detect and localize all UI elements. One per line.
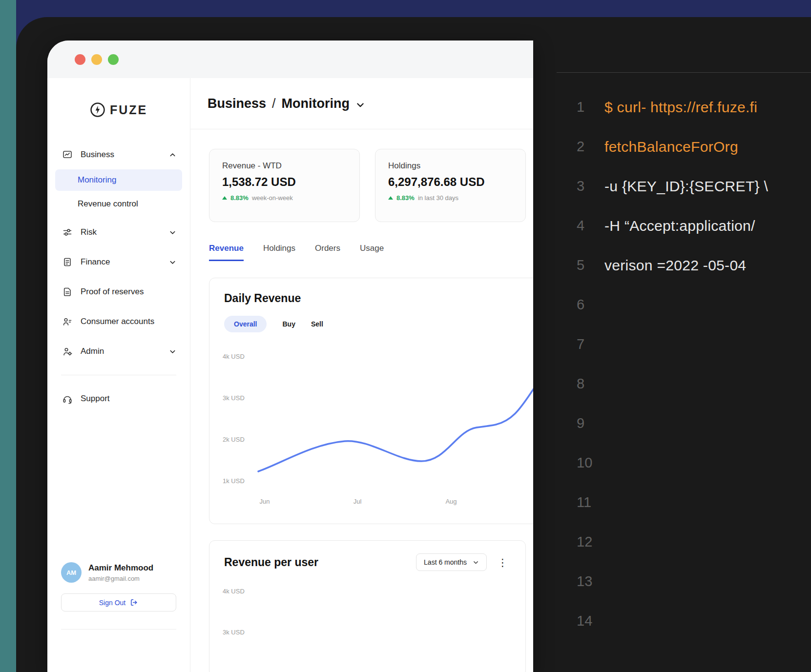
revenue-per-user-header: Revenue per user Last 6 months (224, 553, 511, 571)
browser-window: FUZE Business Monitoring (47, 41, 533, 672)
users-icon (62, 316, 73, 327)
stat-card-holdings: Holdings 6,297,876.68 USD 8.83% in last … (375, 149, 526, 222)
stat-value: 6,297,876.68 USD (388, 175, 513, 189)
sidebar-item-proof-of-reserves[interactable]: Proof of reserves (47, 281, 190, 303)
stat-card-revenue-wtd: Revenue - WTD 1,538.72 USD 8.83% week-on… (209, 149, 360, 222)
code-line: 10 (577, 443, 811, 483)
business-icon (62, 149, 73, 160)
range-selector-label: Last 6 months (424, 558, 467, 566)
kebab-menu-icon[interactable] (495, 555, 511, 570)
filter-sell[interactable]: Sell (311, 320, 323, 328)
line-number: 8 (577, 376, 604, 392)
sidebar-item-label: Consumer accounts (81, 317, 154, 326)
revenue-line-chart (209, 278, 533, 525)
line-number: 4 (577, 218, 604, 234)
sidebar-item-label: Risk (81, 227, 97, 237)
tab-holdings[interactable]: Holdings (263, 244, 295, 261)
risk-icon (62, 227, 73, 238)
revenue-per-user-title: Revenue per user (224, 556, 318, 569)
sidebar-item-label: Support (81, 394, 110, 404)
line-number: 11 (577, 494, 604, 510)
line-number: 5 (577, 257, 604, 273)
revenue-per-user-card: Revenue per user Last 6 months 4k USD 3k… (209, 540, 526, 672)
sidebar-item-revenue-control[interactable]: Revenue control (55, 193, 182, 215)
sidebar-item-label: Admin (81, 346, 104, 356)
delta-value: 8.83% (230, 194, 249, 202)
stat-delta: 8.83% week-on-week (222, 194, 347, 202)
sign-out-button[interactable]: Sign Out (61, 593, 176, 611)
sidebar-item-monitoring[interactable]: Monitoring (55, 169, 182, 191)
breadcrumb-separator: / (272, 96, 276, 111)
y-axis-label: 3k USD (223, 629, 245, 636)
line-number: 7 (577, 336, 604, 352)
code-line: 4 -H “Accept:application/ (577, 206, 811, 245)
code-line: 12 (577, 522, 811, 562)
line-number: 14 (577, 613, 604, 629)
delta-note: week-on-week (252, 194, 293, 202)
sidebar-item-label: Revenue control (78, 199, 138, 209)
stat-title: Revenue - WTD (222, 161, 347, 171)
sidebar-item-consumer-accounts[interactable]: Consumer accounts (47, 311, 190, 332)
sidebar-divider (61, 375, 176, 375)
user-email: aamir@gmail.com (88, 575, 153, 582)
stat-title: Holdings (388, 161, 513, 171)
tab-orders[interactable]: Orders (315, 244, 340, 261)
sidebar-item-risk[interactable]: Risk (47, 222, 190, 243)
sidebar-item-admin[interactable]: Admin (47, 341, 190, 362)
teal-accent-strip (0, 0, 16, 672)
code-line: 7 (577, 325, 811, 364)
x-axis-label: Jun (260, 498, 270, 505)
sidebar-item-finance[interactable]: Finance (47, 251, 190, 273)
range-selector-dropdown[interactable]: Last 6 months (416, 553, 487, 571)
tab-revenue[interactable]: Revenue (209, 244, 244, 261)
admin-gear-person-icon (62, 346, 73, 357)
code-line: 13 (577, 562, 811, 601)
code-line: 11 (577, 483, 811, 522)
stat-value: 1,538.72 USD (222, 175, 347, 189)
sidebar-item-label: Finance (81, 257, 110, 267)
breadcrumb: Business / Monitoring (190, 78, 533, 129)
chevron-up-icon (169, 151, 176, 159)
stat-cards-row: Revenue - WTD 1,538.72 USD 8.83% week-on… (209, 149, 533, 222)
chevron-down-icon (169, 348, 176, 355)
page-background: FUZE Business Monitoring (0, 0, 811, 672)
section-tabs: Revenue Holdings Orders Usage (209, 244, 533, 261)
sidebar-item-support[interactable]: Support (47, 388, 190, 409)
code-text: $ curl- https://ref.fuze.fi (604, 99, 757, 116)
code-line: 5 verison =2022 -05-04 (577, 245, 811, 285)
avatar: AM (61, 562, 82, 583)
fuze-logo-icon (89, 102, 106, 118)
sidebar-nav: Business Monitoring Revenue control (47, 144, 190, 409)
code-line: 2 fetchBalanceForOrg (577, 127, 811, 166)
y-axis-label: 4k USD (223, 353, 245, 360)
y-axis-label: 2k USD (223, 436, 245, 443)
line-number: 1 (577, 99, 604, 115)
delta-up-icon (388, 196, 393, 200)
sidebar-item-business[interactable]: Business (47, 144, 190, 165)
x-axis-label: Aug (445, 498, 457, 505)
line-number: 2 (577, 139, 604, 155)
y-axis-label: 4k USD (223, 588, 245, 595)
sidebar-item-label: Proof of reserves (81, 287, 144, 297)
code-line: 1 $ curl- https://ref.fuze.fi (577, 87, 811, 127)
filter-overall[interactable]: Overall (224, 316, 267, 332)
window-close-button[interactable] (75, 54, 85, 65)
tab-usage[interactable]: Usage (360, 244, 384, 261)
window-minimize-button[interactable] (91, 54, 102, 65)
sign-out-icon (130, 598, 138, 607)
dashboard-content: Revenue - WTD 1,538.72 USD 8.83% week-on… (190, 129, 533, 672)
breadcrumb-page[interactable]: Monitoring (282, 96, 350, 111)
window-body: FUZE Business Monitoring (47, 78, 533, 672)
filter-buy[interactable]: Buy (282, 320, 295, 328)
window-zoom-button[interactable] (108, 54, 119, 65)
breadcrumb-section[interactable]: Business (208, 96, 266, 111)
dark-panel: FUZE Business Monitoring (16, 17, 811, 672)
document-icon (62, 286, 73, 297)
sidebar-item-label: Monitoring (78, 175, 116, 185)
chevron-down-icon[interactable] (355, 100, 365, 110)
user-name: Aamir Mehmood (88, 563, 153, 573)
chevron-down-icon (473, 559, 479, 566)
delta-up-icon (222, 196, 227, 200)
sidebar-item-label: Business (81, 150, 114, 160)
y-axis-label: 3k USD (223, 394, 245, 402)
